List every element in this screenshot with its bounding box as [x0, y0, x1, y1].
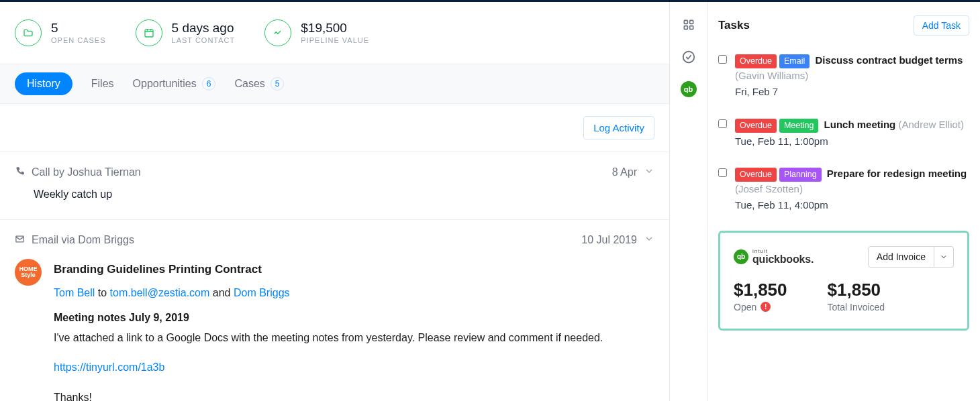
svg-rect-5 [689, 26, 693, 30]
overdue-badge: Overdue [735, 54, 777, 68]
summary-open-cases: 5 OPEN CASES [15, 19, 106, 46]
overdue-badge: Overdue [735, 119, 777, 133]
task-title: Prepare for redesign meeting [827, 168, 967, 179]
task-item[interactable]: OverdueMeeting Lunch meeting (Andrew Ell… [718, 111, 969, 160]
summary-bar: 5 OPEN CASES 5 days ago LAST CONTACT $ [0, 2, 669, 64]
tab-bar: History Files Opportunities 6 Cases 5 [0, 64, 669, 104]
open-cases-value: 5 [51, 21, 106, 36]
folder-icon [15, 19, 42, 46]
tab-opportunities[interactable]: Opportunities 6 [133, 77, 216, 91]
history-call-date: 8 Apr [612, 166, 637, 178]
email-link[interactable]: https://tinyurl.com/1a3b [54, 361, 164, 373]
summary-pipeline: $19,500 PIPELINE VALUE [264, 19, 369, 46]
chart-icon [264, 19, 291, 46]
add-task-button[interactable]: Add Task [914, 15, 969, 36]
tab-files[interactable]: Files [91, 78, 114, 90]
email-subject: Branding Guidelines Printing Contract [54, 259, 654, 280]
task-type-badge: Email [779, 54, 810, 68]
email-signoff: Thanks! [54, 388, 654, 401]
qb-total-label: Total Invoiced [828, 302, 885, 312]
tab-cases-count: 5 [271, 77, 285, 91]
add-invoice-dropdown[interactable] [934, 246, 954, 268]
task-assignee: (Andrew Elliot) [898, 119, 964, 130]
last-contact-value: 5 days ago [172, 21, 236, 36]
quickbooks-name-label: quickbooks. [752, 254, 814, 265]
actions-row: Log Activity [0, 104, 669, 152]
email-to-link[interactable]: tom.bell@zestia.com [110, 287, 210, 298]
tab-opportunities-count: 6 [202, 77, 216, 91]
email-from-link[interactable]: Tom Bell [54, 287, 95, 298]
pipeline-value: $19,500 [301, 21, 369, 36]
alert-icon: ! [761, 302, 771, 312]
right-rail: qb [670, 2, 707, 401]
tab-files-label: Files [91, 78, 114, 90]
task-type-badge: Meeting [779, 119, 818, 133]
history-email-date: 10 Jul 2019 [581, 234, 637, 246]
open-cases-label: OPEN CASES [51, 36, 106, 44]
qb-open-amount: $1,850 [734, 280, 787, 300]
last-contact-label: LAST CONTACT [172, 36, 236, 44]
apps-icon[interactable] [678, 14, 699, 36]
email-recipients: Tom Bell to tom.bell@zestia.com and Dom … [54, 283, 654, 303]
phone-icon [15, 166, 25, 179]
tab-history-label: History [27, 78, 60, 90]
history-email-title: Email via Dom Briggs [32, 234, 134, 246]
task-assignee: (Josef Szotten) [735, 183, 803, 194]
chevron-down-icon [940, 253, 948, 261]
svg-point-6 [683, 52, 694, 63]
svg-rect-3 [689, 20, 693, 23]
task-date: Fri, Feb 7 [735, 84, 969, 100]
log-activity-button[interactable]: Log Activity [583, 116, 654, 139]
chevron-down-icon[interactable] [644, 166, 654, 179]
task-item[interactable]: OverdueEmail Discuss contract budget ter… [718, 46, 969, 111]
history-call-body: Weekly catch up [15, 179, 654, 200]
history-call-title: Call by Joshua Tiernan [32, 166, 141, 178]
check-circle-icon[interactable] [678, 46, 699, 68]
email-body-text: I've attached a link to a Google Docs wi… [54, 328, 654, 348]
tasks-title: Tasks [718, 19, 750, 32]
history-email-item[interactable]: Email via Dom Briggs 10 Jul 2019 HOME St… [0, 220, 669, 401]
quickbooks-rail-icon[interactable]: qb [678, 78, 699, 100]
email-and-word: and [213, 287, 231, 298]
email-heading: Meeting notes July 9, 2019 [54, 308, 654, 328]
task-type-badge: Planning [779, 168, 822, 182]
qb-open-label: Open [734, 302, 756, 312]
task-title: Lunch meeting [824, 119, 896, 130]
task-date: Tue, Feb 11, 1:00pm [735, 134, 969, 150]
overdue-badge: Overdue [735, 168, 777, 182]
qb-total-amount: $1,850 [828, 280, 885, 300]
email-cc-link[interactable]: Dom Briggs [234, 287, 290, 298]
tab-cases-label: Cases [234, 78, 264, 90]
task-item[interactable]: OverduePlanning Prepare for redesign mee… [718, 160, 969, 224]
tab-history[interactable]: History [15, 72, 72, 95]
task-checkbox[interactable] [718, 55, 727, 64]
tab-opportunities-label: Opportunities [133, 78, 197, 90]
task-assignee: (Gavin Williams) [735, 70, 808, 81]
task-checkbox[interactable] [718, 119, 727, 128]
pipeline-label: PIPELINE VALUE [301, 36, 369, 44]
quickbooks-widget: qb intuit quickbooks. Add Invoice [718, 231, 969, 331]
svg-rect-2 [684, 20, 687, 23]
mail-icon [15, 234, 25, 247]
add-invoice-button[interactable]: Add Invoice [868, 246, 934, 268]
tab-cases[interactable]: Cases 5 [234, 77, 284, 91]
email-to-word: to [98, 287, 107, 298]
summary-last-contact: 5 days ago LAST CONTACT [136, 19, 236, 46]
task-checkbox[interactable] [718, 168, 727, 177]
task-date: Tue, Feb 11, 4:00pm [735, 198, 969, 213]
task-title: Discuss contract budget terms [815, 54, 963, 66]
tasks-list: OverdueEmail Discuss contract budget ter… [718, 46, 969, 224]
svg-rect-0 [145, 30, 153, 37]
avatar: HOME Style [15, 259, 42, 286]
chevron-down-icon[interactable] [644, 233, 654, 247]
svg-rect-4 [684, 26, 687, 30]
quickbooks-logo: qb intuit quickbooks. [734, 249, 814, 265]
calendar-icon [136, 19, 162, 46]
history-call-item[interactable]: Call by Joshua Tiernan 8 Apr Weekly catc… [0, 152, 669, 220]
